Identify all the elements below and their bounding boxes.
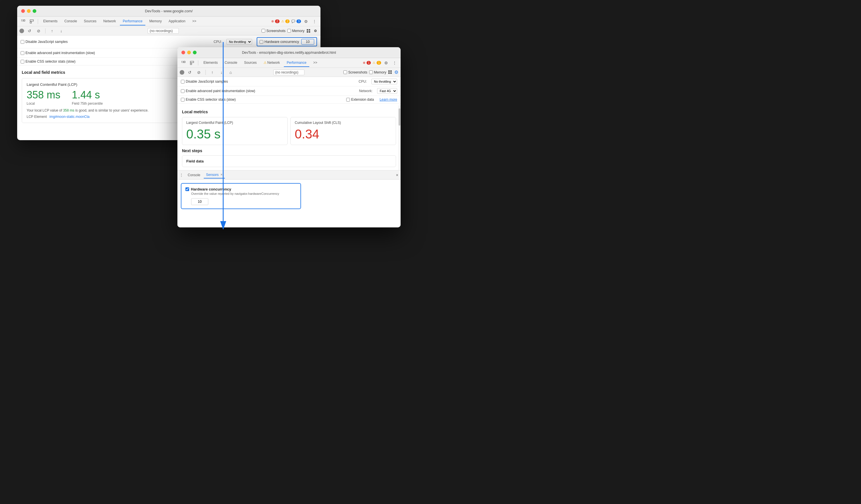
front-home-icon[interactable]: ⌂: [227, 69, 234, 76]
bg-more-icon[interactable]: ⋮: [311, 18, 318, 25]
bg-tab-elements[interactable]: Elements: [40, 17, 60, 26]
front-layout-icon[interactable]: [188, 59, 196, 67]
bg-hw-input[interactable]: [301, 39, 314, 45]
bg-tab-application[interactable]: Application: [166, 17, 188, 26]
front-maximize-btn[interactable]: [193, 51, 196, 54]
front-rec-sep: [205, 70, 206, 75]
svg-rect-6: [307, 31, 308, 32]
front-cpu-label: CPU:: [358, 80, 367, 84]
front-cpu-select[interactable]: No throttling: [371, 79, 397, 84]
front-sensors-tab-close[interactable]: ✕: [220, 173, 223, 176]
bg-tab-memory[interactable]: Memory: [147, 17, 165, 26]
front-tab-sources[interactable]: Sources: [241, 59, 260, 67]
front-grid-icon[interactable]: [388, 70, 393, 75]
bg-tab-network[interactable]: Network: [100, 17, 119, 26]
front-tab-elements[interactable]: Elements: [201, 59, 221, 67]
front-panel-drag-handle[interactable]: ⋮: [180, 173, 183, 177]
bg-hw-checkbox[interactable]: [260, 40, 263, 44]
bg-lcp-field-label: Field 75th percentile: [72, 101, 103, 106]
bg-window-title: DevTools - www.google.com/: [145, 9, 193, 13]
bg-tab-performance[interactable]: Performance: [120, 17, 145, 26]
bg-disable-js-label[interactable]: Disable JavaScript samples: [20, 40, 68, 44]
bg-stop-icon[interactable]: ⊘: [35, 27, 42, 34]
bg-lcp-title: Largest Contentful Paint (LCP): [27, 82, 177, 87]
front-sensors-tab[interactable]: Sensors ✕: [204, 172, 225, 179]
front-window-title: DevTools - emscripten-dbg-stories.netlif…: [242, 51, 336, 55]
front-screenshots-label[interactable]: Screenshots: [343, 70, 367, 74]
front-recordings-select[interactable]: (no recordings): [273, 70, 304, 75]
bg-minimize-btn[interactable]: [27, 9, 31, 13]
bg-download-icon[interactable]: ↓: [57, 27, 65, 34]
front-stop-icon[interactable]: ⊘: [195, 69, 203, 76]
front-memory-checkbox[interactable]: [369, 70, 373, 74]
front-network-select[interactable]: Fast 4G: [377, 88, 397, 94]
bg-screenshots-checkbox-label[interactable]: Screenshots: [261, 29, 286, 33]
bg-upload-icon[interactable]: ↑: [49, 27, 56, 34]
front-cls-title: Cumulative Layout Shift (CLS): [295, 121, 392, 125]
front-extension-text: Extension data: [351, 98, 374, 101]
svg-rect-10: [190, 61, 194, 62]
bg-memory-checkbox[interactable]: [287, 29, 291, 32]
front-disable-js-checkbox[interactable]: [181, 80, 184, 84]
bg-tab-sources[interactable]: Sources: [81, 17, 99, 26]
front-advanced-paint-checkbox[interactable]: [181, 89, 184, 93]
bg-screenshots-checkbox[interactable]: [261, 29, 265, 32]
front-tab-console[interactable]: Console: [222, 59, 240, 67]
bg-tab-more[interactable]: >>: [189, 17, 199, 26]
front-close-btn[interactable]: [181, 51, 185, 54]
bg-error-count: 2: [275, 19, 279, 23]
bg-layout-icon[interactable]: [28, 18, 36, 25]
front-record-btn[interactable]: [180, 70, 184, 75]
front-settings-blue-icon[interactable]: ⚙: [394, 70, 398, 75]
front-screenshots-checkbox[interactable]: [343, 70, 347, 74]
front-next-steps-title: Next steps: [182, 149, 396, 153]
bg-lcp-description: Your local LCP value of 358 ms is good, …: [27, 108, 177, 113]
front-refresh-icon[interactable]: ↺: [186, 69, 193, 76]
bg-css-selector-label[interactable]: Enable CSS selector stats (slow): [20, 59, 76, 64]
front-advanced-paint-label[interactable]: Enable advanced paint instrumentation (s…: [181, 89, 255, 93]
bg-cpu-select[interactable]: No throttling: [226, 39, 252, 45]
front-scroll-track: [398, 106, 400, 177]
front-hw-big-input[interactable]: [191, 198, 208, 205]
bg-tabs-bar: Elements Console Sources Network Perform…: [17, 17, 320, 26]
front-cursor-icon[interactable]: [180, 59, 187, 67]
bg-gear-icon[interactable]: ⚙: [313, 28, 318, 34]
bg-refresh-icon[interactable]: ↺: [26, 27, 33, 34]
bg-tab-console[interactable]: Console: [62, 17, 80, 26]
front-panel-close-btn[interactable]: ×: [396, 173, 398, 177]
front-settings-icon[interactable]: ⚙: [382, 59, 390, 67]
bg-cursor-icon[interactable]: [19, 18, 27, 25]
bg-advanced-paint-label[interactable]: Enable advanced paint instrumentation (s…: [20, 51, 95, 55]
front-more-icon[interactable]: ⋮: [391, 59, 398, 67]
bg-memory-checkbox-label[interactable]: Memory: [287, 29, 304, 33]
bg-css-selector-checkbox[interactable]: [20, 60, 24, 64]
bg-recordings-select[interactable]: (no recordings): [148, 28, 179, 34]
front-memory-label[interactable]: Memory: [369, 70, 386, 74]
front-hw-big-title-row: Hardware concurrency: [186, 187, 297, 191]
front-hw-big-title-text: Hardware concurrency: [191, 187, 231, 191]
bg-settings-icon[interactable]: ⚙: [302, 18, 310, 25]
front-disable-js-label[interactable]: Disable JavaScript samples: [181, 80, 228, 84]
front-learn-more-link[interactable]: Learn more: [380, 98, 397, 101]
front-minimize-btn[interactable]: [187, 51, 191, 54]
bg-grid-icon[interactable]: [306, 29, 311, 33]
bg-maximize-btn[interactable]: [32, 9, 36, 13]
bg-close-btn[interactable]: [21, 9, 25, 13]
bg-record-btn[interactable]: [19, 29, 24, 33]
front-download-icon[interactable]: ↓: [218, 69, 225, 76]
front-hw-big-checkbox[interactable]: [186, 187, 189, 191]
front-console-tab[interactable]: Console: [186, 172, 203, 178]
front-scroll-thumb[interactable]: [399, 108, 400, 126]
front-upload-icon[interactable]: ↑: [209, 69, 216, 76]
front-css-selector-checkbox[interactable]: [181, 98, 184, 101]
bg-hw-checkbox-label[interactable]: Hardware concurrency: [260, 40, 299, 44]
bg-disable-js-checkbox[interactable]: [20, 40, 24, 44]
svg-rect-5: [309, 29, 310, 31]
front-extension-label[interactable]: Extension data: [346, 98, 374, 101]
front-css-selector-label[interactable]: Enable CSS selector stats (slow): [181, 98, 236, 101]
front-tab-network[interactable]: ⚠ Network: [261, 59, 283, 67]
front-extension-checkbox[interactable]: [346, 98, 350, 101]
front-tab-more[interactable]: >>: [311, 59, 320, 67]
front-tab-performance[interactable]: Performance: [284, 59, 309, 67]
bg-advanced-paint-checkbox[interactable]: [20, 51, 24, 55]
